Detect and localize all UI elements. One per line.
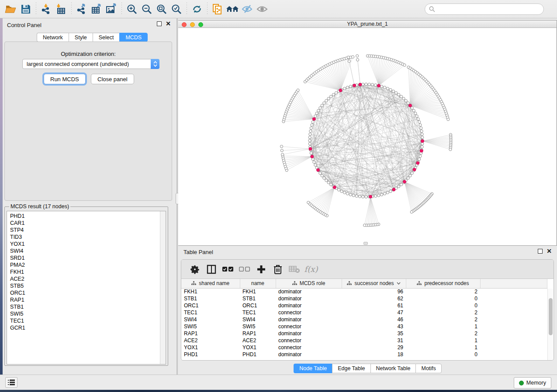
tab-motifs[interactable]: Motifs bbox=[415, 364, 441, 373]
tab-style[interactable]: Style bbox=[69, 33, 93, 42]
search-box[interactable] bbox=[425, 3, 544, 15]
show-column-panel-icon[interactable] bbox=[205, 263, 218, 276]
table-scrollbar[interactable] bbox=[547, 289, 553, 360]
close-panel-button[interactable]: Close panel bbox=[91, 74, 134, 84]
list-scrollbar[interactable] bbox=[160, 211, 166, 364]
mcds-node-item[interactable]: SRD1 bbox=[10, 254, 166, 261]
mcds-result-box: MCDS result (17 nodes) PHD1CAR1STP4TID3Y… bbox=[4, 203, 168, 366]
mcds-node-item[interactable]: FKH1 bbox=[10, 268, 166, 275]
tab-network[interactable]: Network bbox=[37, 33, 69, 42]
table-row[interactable]: RAP1RAP1dominator352 bbox=[181, 330, 547, 337]
hide-selected-icon[interactable] bbox=[240, 2, 255, 16]
table-row[interactable]: STB1STB1dominator620 bbox=[181, 295, 547, 302]
zoom-selected-icon[interactable] bbox=[169, 2, 184, 16]
export-image-icon[interactable] bbox=[104, 2, 119, 16]
mcds-node-item[interactable]: YOX1 bbox=[10, 241, 166, 248]
mcds-node-item[interactable]: TEC1 bbox=[10, 317, 166, 324]
table-row[interactable]: PHD1PHD1dominator180 bbox=[181, 351, 547, 358]
mcds-result-title: MCDS result (17 nodes) bbox=[9, 203, 70, 210]
function-builder-icon[interactable]: f(x) bbox=[304, 263, 318, 276]
import-network-icon[interactable] bbox=[39, 2, 54, 16]
toolbar-separator bbox=[36, 3, 36, 16]
save-session-icon[interactable] bbox=[18, 2, 33, 16]
tab-node-table[interactable]: Node Table bbox=[294, 364, 332, 373]
horizontal-splitter-grip[interactable] bbox=[363, 242, 368, 245]
column-header-mcds-role[interactable]: MCDS role bbox=[276, 279, 342, 288]
add-column-icon[interactable] bbox=[255, 263, 268, 276]
column-header-filler bbox=[480, 279, 547, 288]
network-window-titlebar[interactable]: YPA_prune.txt_1 bbox=[178, 21, 557, 28]
window-minimize-icon[interactable] bbox=[190, 22, 195, 27]
float-panel-icon[interactable] bbox=[538, 249, 543, 254]
desktop-wallpaper-strip bbox=[0, 390, 557, 392]
table-row[interactable]: SWI4SWI4dominator462 bbox=[181, 316, 547, 323]
task-history-button[interactable] bbox=[5, 377, 17, 388]
export-network-icon[interactable] bbox=[74, 2, 89, 16]
close-panel-icon[interactable]: ✕ bbox=[166, 21, 171, 26]
new-network-from-selection-icon[interactable] bbox=[210, 2, 225, 16]
refresh-icon[interactable] bbox=[190, 2, 204, 16]
mcds-node-item[interactable]: STB5 bbox=[10, 282, 166, 289]
network-window: YPA_prune.txt_1 bbox=[178, 20, 557, 246]
optimization-criterion-select[interactable]: largest connected component (undirected) bbox=[22, 59, 159, 69]
select-all-columns-icon[interactable] bbox=[221, 263, 235, 276]
mcds-node-item[interactable]: GCR1 bbox=[10, 324, 166, 331]
column-header-shared-name[interactable]: shared name bbox=[181, 279, 240, 288]
node-table[interactable]: shared name name MCDS role successor nod… bbox=[181, 279, 547, 358]
table-row[interactable]: ORC1ORC1dominator610 bbox=[181, 302, 547, 309]
mcds-node-item[interactable]: PHD1 bbox=[10, 213, 166, 220]
delete-column-icon[interactable] bbox=[271, 263, 284, 276]
column-header-successor-nodes[interactable]: successor nodes bbox=[342, 279, 406, 288]
mcds-node-item[interactable]: ACE2 bbox=[10, 275, 166, 282]
mcds-node-item[interactable]: STP4 bbox=[10, 227, 166, 234]
table-settings-gear-icon[interactable] bbox=[188, 263, 201, 276]
run-mcds-button[interactable]: Run MCDS bbox=[44, 74, 86, 84]
toolbar-separator bbox=[207, 3, 208, 16]
zoom-fit-icon[interactable] bbox=[154, 2, 169, 16]
table-row[interactable]: TEC1TEC1connector472 bbox=[181, 309, 547, 316]
close-panel-icon[interactable]: ✕ bbox=[547, 249, 552, 254]
float-panel-icon[interactable] bbox=[157, 21, 162, 26]
window-maximize-icon[interactable] bbox=[198, 22, 203, 27]
show-all-icon[interactable] bbox=[255, 2, 270, 16]
mcds-node-item[interactable]: ORC1 bbox=[10, 289, 166, 296]
table-panel: Table Panel ✕ bbox=[178, 246, 557, 375]
memory-button[interactable]: Memory bbox=[514, 377, 551, 389]
zoom-out-icon[interactable] bbox=[139, 2, 154, 16]
import-table-icon[interactable] bbox=[54, 2, 69, 16]
deselect-all-columns-icon[interactable] bbox=[238, 263, 251, 276]
scrollbar-thumb[interactable] bbox=[549, 298, 553, 335]
mcds-panel: Optimization criterion: largest connecte… bbox=[4, 41, 172, 201]
table-row[interactable]: FKH1FKH1dominator962 bbox=[181, 288, 547, 295]
column-header-name[interactable]: name bbox=[240, 279, 276, 288]
control-panel-tabs: Network Style Select MCDS bbox=[37, 33, 148, 42]
mcds-node-item[interactable]: CAR1 bbox=[10, 220, 166, 227]
toolbar-separator bbox=[121, 3, 122, 16]
mcds-node-item[interactable]: SWI5 bbox=[10, 310, 166, 317]
table-row[interactable]: SWI5SWI5connector431 bbox=[181, 323, 547, 330]
mcds-node-item[interactable]: TID3 bbox=[10, 234, 166, 241]
tab-mcds[interactable]: MCDS bbox=[119, 33, 148, 42]
tab-select[interactable]: Select bbox=[93, 33, 120, 42]
export-table-icon[interactable] bbox=[89, 2, 104, 16]
open-file-icon[interactable] bbox=[3, 2, 18, 16]
mcds-node-item[interactable]: PMA2 bbox=[10, 261, 166, 268]
mcds-node-item[interactable]: STB1 bbox=[10, 303, 166, 310]
tab-edge-table[interactable]: Edge Table bbox=[332, 364, 370, 373]
table-row[interactable]: ACE2ACE2connector311 bbox=[181, 337, 547, 344]
network-graph[interactable] bbox=[178, 28, 556, 245]
table-toolbar: f(x) bbox=[181, 260, 554, 279]
window-close-icon[interactable] bbox=[182, 22, 187, 27]
mcds-result-list[interactable]: PHD1CAR1STP4TID3YOX1SWI4SRD1PMA2FKH1ACE2… bbox=[7, 211, 166, 364]
first-neighbors-icon[interactable] bbox=[225, 2, 240, 16]
zoom-in-icon[interactable] bbox=[125, 2, 139, 16]
network-view[interactable] bbox=[178, 28, 556, 245]
mcds-node-item[interactable]: RAP1 bbox=[10, 296, 166, 303]
column-header-predecessor-nodes[interactable]: predecessor nodes bbox=[406, 279, 480, 288]
tab-network-table[interactable]: Network Table bbox=[370, 364, 416, 373]
mcds-node-item[interactable]: SWI4 bbox=[10, 248, 166, 254]
table-row[interactable]: YOX1YOX1connector291 bbox=[181, 344, 547, 351]
application-window: Control Panel ✕ Network Style Select MCD… bbox=[0, 0, 557, 392]
delete-table-icon[interactable] bbox=[288, 263, 301, 276]
search-input[interactable] bbox=[437, 5, 543, 14]
